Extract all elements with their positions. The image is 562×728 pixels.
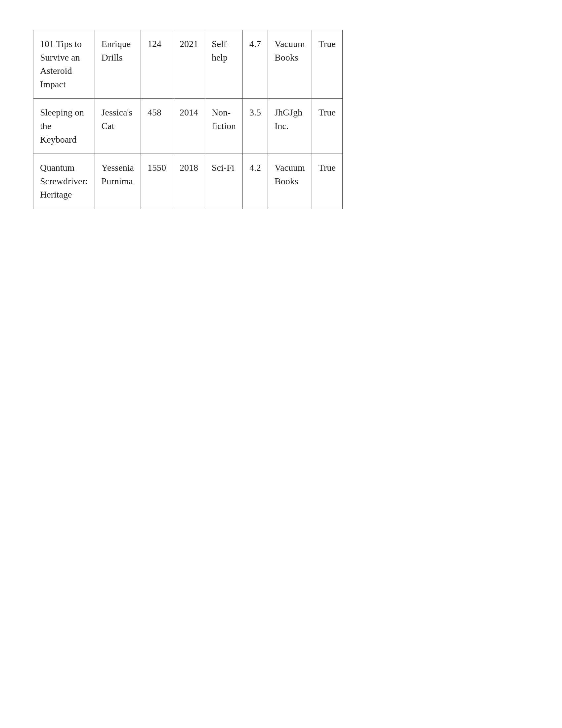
books-table: 101 Tips to Survive an Asteroid ImpactEn… (33, 30, 343, 209)
table-cell: JhGJgh Inc. (268, 99, 311, 154)
table-cell: Yessenia Purnima (95, 154, 141, 209)
table-cell: True (311, 30, 342, 99)
table-cell: 2021 (173, 30, 205, 99)
table-cell: Non-fiction (205, 99, 243, 154)
table-cell: 4.7 (243, 30, 268, 99)
page-container: 101 Tips to Survive an Asteroid ImpactEn… (0, 0, 562, 239)
table-row: 101 Tips to Survive an Asteroid ImpactEn… (33, 30, 343, 99)
table-cell: True (311, 99, 342, 154)
table-cell: 458 (141, 99, 173, 154)
table-cell: 3.5 (243, 99, 268, 154)
table-cell: Sleeping on the Keyboard (33, 99, 95, 154)
table-cell: Enrique Drills (95, 30, 141, 99)
table-cell: 2018 (173, 154, 205, 209)
table-cell: True (311, 154, 342, 209)
table-row: Quantum Screwdriver: HeritageYessenia Pu… (33, 154, 343, 209)
table-cell: Jessica's Cat (95, 99, 141, 154)
table-cell: Vacuum Books (268, 154, 311, 209)
table-cell: Sci-Fi (205, 154, 243, 209)
table-cell: Quantum Screwdriver: Heritage (33, 154, 95, 209)
table-cell: 2014 (173, 99, 205, 154)
table-cell: 101 Tips to Survive an Asteroid Impact (33, 30, 95, 99)
table-cell: 4.2 (243, 154, 268, 209)
table-cell: Vacuum Books (268, 30, 311, 99)
table-cell: 124 (141, 30, 173, 99)
table-cell: Self-help (205, 30, 243, 99)
table-row: Sleeping on the KeyboardJessica's Cat458… (33, 99, 343, 154)
table-cell: 1550 (141, 154, 173, 209)
